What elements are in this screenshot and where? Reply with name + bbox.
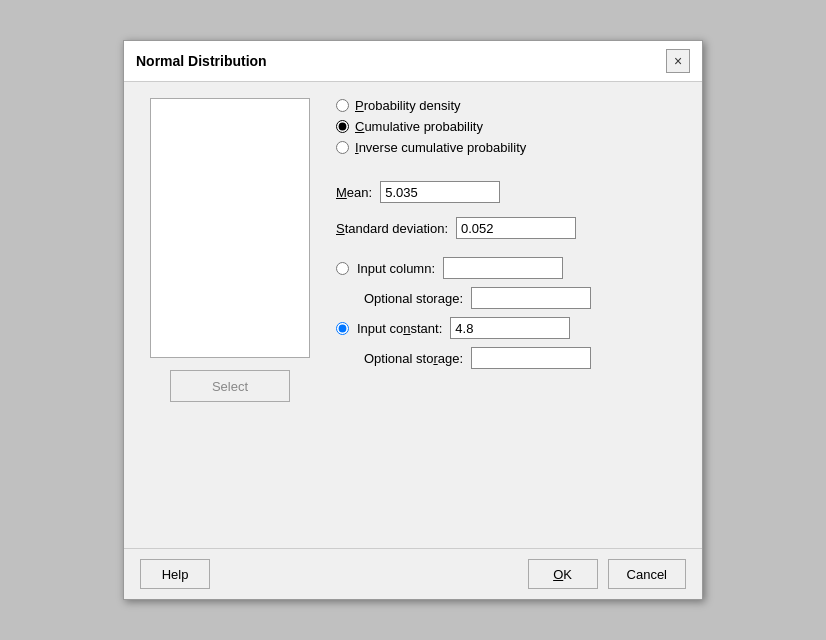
left-panel: Select — [140, 98, 320, 532]
input-column-row: Input column: — [336, 257, 686, 279]
std-input[interactable] — [456, 217, 576, 239]
optional-storage1-row: Optional storage: — [336, 287, 686, 309]
optional-storage2-label: Optional storage: — [364, 351, 463, 366]
cancel-button[interactable]: Cancel — [608, 559, 686, 589]
probability-density-label: Probability density — [355, 98, 461, 113]
mean-label: Mean: — [336, 185, 372, 200]
preview-area — [150, 98, 310, 358]
dialog-title: Normal Distribution — [136, 53, 267, 69]
ok-button[interactable]: OK — [528, 559, 598, 589]
input-section-group: Input column: Optional storage: Input co… — [336, 257, 686, 369]
normal-distribution-dialog: Normal Distribution × Select Probability… — [123, 40, 703, 600]
std-label: Standard deviation: — [336, 221, 448, 236]
footer-left: Help — [140, 559, 210, 589]
select-button[interactable]: Select — [170, 370, 290, 402]
dialog-body: Select Probability density Cumulative pr… — [124, 82, 702, 548]
probability-density-radio[interactable] — [336, 99, 349, 112]
footer-right: OK Cancel — [528, 559, 686, 589]
input-constant-row: Input constant: — [336, 317, 686, 339]
input-column-label: Input column: — [357, 261, 435, 276]
footer: Help OK Cancel — [124, 548, 702, 599]
inverse-cumulative-radio-row[interactable]: Inverse cumulative probability — [336, 140, 686, 155]
input-constant-radio[interactable] — [336, 322, 349, 335]
probability-density-radio-row[interactable]: Probability density — [336, 98, 686, 113]
input-column-radio[interactable] — [336, 262, 349, 275]
std-row: Standard deviation: — [336, 217, 686, 239]
optional-storage2-input[interactable] — [471, 347, 591, 369]
title-bar: Normal Distribution × — [124, 41, 702, 82]
cumulative-probability-radio[interactable] — [336, 120, 349, 133]
mean-input[interactable] — [380, 181, 500, 203]
cumulative-probability-label: Cumulative probability — [355, 119, 483, 134]
close-button[interactable]: × — [666, 49, 690, 73]
right-panel: Probability density Cumulative probabili… — [336, 98, 686, 532]
input-column-input[interactable] — [443, 257, 563, 279]
optional-storage1-input[interactable] — [471, 287, 591, 309]
inverse-cumulative-label: Inverse cumulative probability — [355, 140, 526, 155]
cumulative-probability-radio-row[interactable]: Cumulative probability — [336, 119, 686, 134]
optional-storage2-row: Optional storage: — [336, 347, 686, 369]
help-button[interactable]: Help — [140, 559, 210, 589]
input-constant-input[interactable] — [450, 317, 570, 339]
optional-storage1-label: Optional storage: — [364, 291, 463, 306]
input-constant-label: Input constant: — [357, 321, 442, 336]
distribution-type-group: Probability density Cumulative probabili… — [336, 98, 686, 155]
inverse-cumulative-radio[interactable] — [336, 141, 349, 154]
mean-row: Mean: — [336, 181, 686, 203]
